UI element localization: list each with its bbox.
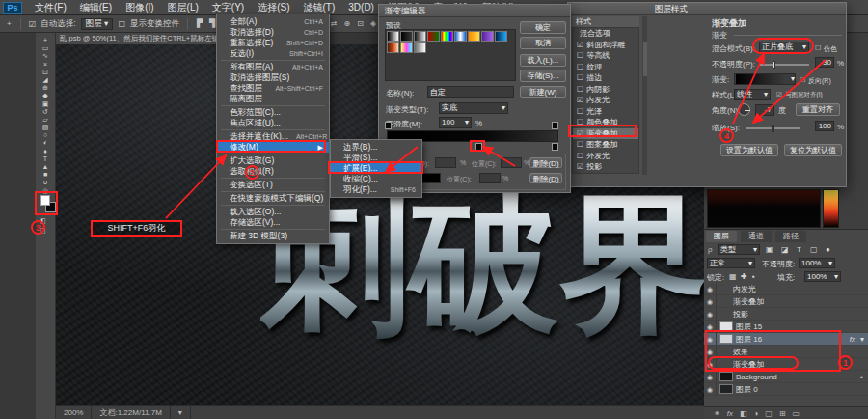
checkbox-icon[interactable]: ☑ bbox=[577, 161, 583, 173]
gradient-style-select[interactable]: 线性 ▾ bbox=[734, 89, 771, 100]
layer-thumbnail[interactable] bbox=[719, 384, 733, 394]
new-gradient-button[interactable]: 新建(W) bbox=[520, 86, 566, 98]
menu-item-reselect[interactable]: 重新选择(E)Shift+Ctrl+D bbox=[217, 38, 329, 48]
style-item-satin[interactable]: ☐光泽 bbox=[573, 106, 638, 118]
move-tool-icon[interactable]: + bbox=[36, 37, 55, 44]
filter-search-icon[interactable]: ρ bbox=[708, 245, 713, 254]
menu-item-inverse[interactable]: 反选(I)Shift+Ctrl+I bbox=[217, 48, 329, 59]
style-item-bevel-emboss[interactable]: ☑斜面和浮雕 bbox=[573, 40, 638, 51]
opacity-slider[interactable] bbox=[759, 64, 809, 66]
layer-row-background[interactable]: ◉ Background ▪ bbox=[704, 371, 868, 383]
blend-mode-select[interactable]: 正片叠底 ▾ bbox=[759, 42, 809, 53]
foreground-color-swatch[interactable] bbox=[40, 195, 50, 206]
tab-layers[interactable]: 图层 bbox=[706, 231, 737, 242]
crop-tool-icon[interactable]: ⊡ bbox=[36, 69, 55, 76]
checkbox-icon[interactable]: ☐ bbox=[577, 151, 583, 162]
show-transform-checkbox[interactable]: ☐ bbox=[118, 19, 125, 29]
color-stop-middle[interactable] bbox=[475, 143, 482, 151]
filter-shape-icon[interactable]: ▢ bbox=[810, 245, 818, 254]
menu-item-deselect-layers[interactable]: 取消选择图层(S) bbox=[217, 72, 329, 83]
gradient-preset[interactable] bbox=[427, 31, 440, 42]
submenu-item-smooth[interactable]: 平滑(S)... bbox=[331, 153, 421, 163]
layer-thumbnail[interactable] bbox=[719, 334, 733, 344]
menu-item-isolate-layers[interactable]: 隔离图层 bbox=[217, 94, 329, 104]
submenu-item-feather[interactable]: 羽化(F)...Shift+F6 bbox=[331, 184, 421, 195]
status-expand-icon[interactable]: ▾ bbox=[171, 406, 191, 419]
auto-select-dropdown[interactable]: 图层 ▾ bbox=[81, 18, 114, 30]
dodge-tool-icon[interactable]: ◐ bbox=[36, 139, 55, 147]
reset-alignment-button[interactable]: 重置对齐 bbox=[796, 103, 840, 116]
layer-row[interactable]: ◉ 图层 15 bbox=[704, 321, 868, 333]
3d-roll-icon[interactable]: ⇄ bbox=[330, 19, 339, 28]
visibility-eye-icon[interactable]: ◉ bbox=[704, 383, 717, 396]
gradient-preset[interactable] bbox=[414, 42, 426, 53]
dither-checkbox[interactable]: ☐ bbox=[815, 44, 821, 52]
pen-tool-icon[interactable]: ♦ bbox=[36, 148, 55, 155]
save-button[interactable]: 存储(S)... bbox=[520, 70, 566, 82]
3d-scale-icon[interactable]: ◈ bbox=[369, 19, 377, 28]
menu-item-transform-selection[interactable]: 变换选区(T) bbox=[217, 180, 329, 190]
visibility-eye-icon[interactable]: ◉ bbox=[704, 321, 717, 333]
visibility-eye-icon[interactable]: ◉ bbox=[704, 346, 717, 358]
delete-color-stop-button[interactable]: 删除(D) bbox=[529, 173, 562, 183]
checkbox-icon[interactable]: ☑ bbox=[577, 40, 583, 51]
submenu-item-expand[interactable]: 扩展(E)... bbox=[331, 163, 421, 174]
filter-pixel-icon[interactable]: ▣ bbox=[766, 245, 773, 254]
style-item-stroke[interactable]: ☐描边 bbox=[573, 72, 638, 84]
new-group-icon[interactable]: ▢ bbox=[765, 409, 773, 418]
menu-item-quick-mask-mode[interactable]: 在快速蒙版模式下编辑(Q) bbox=[217, 193, 329, 204]
overlay-opacity-value[interactable]: 30 bbox=[815, 57, 834, 68]
menu-3d[interactable]: 3D(D) bbox=[341, 0, 381, 15]
scrollbar-thumb[interactable] bbox=[643, 42, 647, 76]
visibility-eye-icon[interactable]: ◉ bbox=[704, 283, 717, 295]
menu-item-load-selection[interactable]: 载入选区(O)... bbox=[217, 207, 329, 217]
style-item-pattern-overlay[interactable]: ☐图案叠加 bbox=[573, 139, 638, 151]
3d-slide-icon[interactable]: ⊡ bbox=[356, 19, 365, 28]
stop-color-location-value[interactable] bbox=[479, 173, 501, 183]
color-stop-right[interactable] bbox=[552, 143, 558, 151]
blend-mode-dropdown[interactable]: 正常 ▾ bbox=[707, 258, 755, 268]
lock-position-icon[interactable]: ✚ bbox=[741, 272, 747, 281]
marquee-tool-icon[interactable]: ▭ bbox=[36, 44, 55, 52]
fx-collapse-icon[interactable]: ▾ bbox=[860, 333, 868, 346]
layer-thumbnail[interactable] bbox=[719, 321, 733, 331]
layer-row[interactable]: ◉ 图层 0 bbox=[704, 383, 868, 396]
tab-channels[interactable]: 通道 bbox=[741, 231, 772, 242]
gradient-preset[interactable] bbox=[481, 31, 494, 42]
gradient-preview[interactable] bbox=[736, 74, 786, 84]
lasso-tool-icon[interactable]: ∿ bbox=[36, 52, 55, 60]
layer-effect-row-gradient-overlay[interactable]: ◉ 渐变叠加 bbox=[704, 358, 868, 371]
style-item-color-overlay[interactable]: ☐颜色叠加 bbox=[573, 117, 638, 128]
menu-item-select-and-mask[interactable]: 选择并遮住(K)...Alt+Ctrl+R bbox=[217, 131, 329, 142]
submenu-item-border[interactable]: 边界(B)... bbox=[331, 142, 421, 153]
style-item-outer-glow[interactable]: ☐外发光 bbox=[573, 151, 638, 162]
style-item-contour[interactable]: ☐等高线 bbox=[573, 50, 638, 62]
menu-item-all-layers[interactable]: 所有图层(A)Alt+Ctrl+A bbox=[217, 62, 329, 72]
layer-thumbnail[interactable] bbox=[719, 372, 733, 381]
cancel-button[interactable]: 取消 bbox=[520, 37, 566, 49]
checkbox-icon[interactable]: ☐ bbox=[577, 50, 583, 62]
quick-mask-icon[interactable]: ◧ bbox=[40, 217, 46, 225]
menu-item-similar[interactable]: 选取相似(R) bbox=[217, 166, 329, 177]
fill-dropdown[interactable]: 100% ▾ bbox=[804, 271, 841, 282]
opacity-stop-left[interactable] bbox=[385, 122, 392, 129]
layer-style-dialog-title[interactable]: 图层样式 bbox=[568, 3, 846, 15]
clone-stamp-tool-icon[interactable]: ▣ bbox=[36, 100, 55, 108]
menu-item-color-range[interactable]: 色彩范围(C)... bbox=[217, 107, 329, 118]
menu-image[interactable]: 图像(I) bbox=[119, 0, 160, 15]
screen-mode-icon[interactable]: ▢ bbox=[40, 227, 46, 235]
checkbox-icon[interactable]: ☐ bbox=[577, 117, 583, 128]
gradient-preset[interactable] bbox=[495, 31, 507, 42]
visibility-eye-icon[interactable]: ◉ bbox=[704, 358, 717, 371]
filter-smart-object-icon[interactable]: ● bbox=[826, 245, 830, 254]
adjustment-layer-icon[interactable]: ◑ bbox=[754, 409, 759, 418]
gradient-preset[interactable] bbox=[468, 31, 480, 42]
shape-tool-icon[interactable]: ■ bbox=[36, 171, 55, 179]
visibility-eye-icon[interactable]: ◉ bbox=[704, 333, 717, 346]
menu-item-new-3d-extrusion[interactable]: 新建 3D 模型(3) bbox=[217, 231, 329, 241]
eraser-tool-icon[interactable]: ▱ bbox=[36, 116, 55, 124]
blur-tool-icon[interactable]: ○ bbox=[36, 131, 55, 139]
checkbox-icon[interactable]: ☐ bbox=[577, 139, 583, 151]
opacity-stop-right[interactable] bbox=[552, 122, 558, 129]
brush-tool-icon[interactable]: ◆ bbox=[36, 92, 55, 99]
